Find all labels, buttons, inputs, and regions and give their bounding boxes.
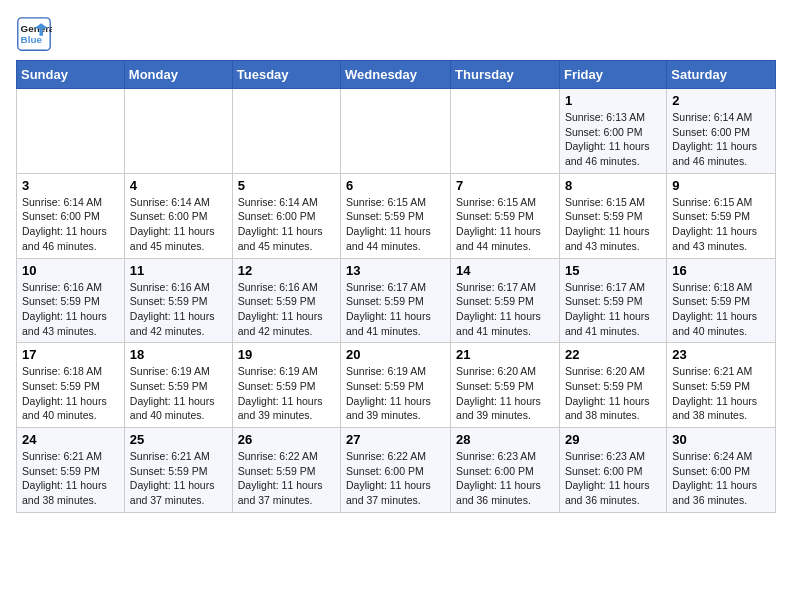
day-number: 16 <box>672 263 770 278</box>
calendar-cell: 29Sunrise: 6:23 AM Sunset: 6:00 PM Dayli… <box>559 428 666 513</box>
weekday-header: Monday <box>124 61 232 89</box>
day-info: Sunrise: 6:14 AM Sunset: 6:00 PM Dayligh… <box>130 195 227 254</box>
day-info: Sunrise: 6:17 AM Sunset: 5:59 PM Dayligh… <box>456 280 554 339</box>
calendar-cell: 8Sunrise: 6:15 AM Sunset: 5:59 PM Daylig… <box>559 173 666 258</box>
logo-icon: General Blue <box>16 16 52 52</box>
day-info: Sunrise: 6:14 AM Sunset: 6:00 PM Dayligh… <box>672 110 770 169</box>
calendar-cell: 15Sunrise: 6:17 AM Sunset: 5:59 PM Dayli… <box>559 258 666 343</box>
day-info: Sunrise: 6:14 AM Sunset: 6:00 PM Dayligh… <box>238 195 335 254</box>
day-number: 1 <box>565 93 661 108</box>
day-number: 12 <box>238 263 335 278</box>
calendar-cell: 21Sunrise: 6:20 AM Sunset: 5:59 PM Dayli… <box>451 343 560 428</box>
day-number: 17 <box>22 347 119 362</box>
calendar-cell: 13Sunrise: 6:17 AM Sunset: 5:59 PM Dayli… <box>341 258 451 343</box>
calendar-cell: 7Sunrise: 6:15 AM Sunset: 5:59 PM Daylig… <box>451 173 560 258</box>
day-info: Sunrise: 6:20 AM Sunset: 5:59 PM Dayligh… <box>565 364 661 423</box>
calendar-week-row: 24Sunrise: 6:21 AM Sunset: 5:59 PM Dayli… <box>17 428 776 513</box>
day-number: 18 <box>130 347 227 362</box>
calendar-cell: 6Sunrise: 6:15 AM Sunset: 5:59 PM Daylig… <box>341 173 451 258</box>
calendar-cell: 30Sunrise: 6:24 AM Sunset: 6:00 PM Dayli… <box>667 428 776 513</box>
calendar-cell: 22Sunrise: 6:20 AM Sunset: 5:59 PM Dayli… <box>559 343 666 428</box>
day-number: 11 <box>130 263 227 278</box>
day-number: 19 <box>238 347 335 362</box>
day-number: 22 <box>565 347 661 362</box>
day-info: Sunrise: 6:16 AM Sunset: 5:59 PM Dayligh… <box>130 280 227 339</box>
day-info: Sunrise: 6:17 AM Sunset: 5:59 PM Dayligh… <box>565 280 661 339</box>
calendar-cell <box>341 89 451 174</box>
calendar-cell: 20Sunrise: 6:19 AM Sunset: 5:59 PM Dayli… <box>341 343 451 428</box>
day-number: 6 <box>346 178 445 193</box>
calendar-week-row: 17Sunrise: 6:18 AM Sunset: 5:59 PM Dayli… <box>17 343 776 428</box>
weekday-header: Sunday <box>17 61 125 89</box>
day-info: Sunrise: 6:13 AM Sunset: 6:00 PM Dayligh… <box>565 110 661 169</box>
day-number: 3 <box>22 178 119 193</box>
day-info: Sunrise: 6:19 AM Sunset: 5:59 PM Dayligh… <box>238 364 335 423</box>
day-number: 10 <box>22 263 119 278</box>
calendar-cell: 16Sunrise: 6:18 AM Sunset: 5:59 PM Dayli… <box>667 258 776 343</box>
calendar-cell: 23Sunrise: 6:21 AM Sunset: 5:59 PM Dayli… <box>667 343 776 428</box>
day-number: 13 <box>346 263 445 278</box>
calendar-week-row: 10Sunrise: 6:16 AM Sunset: 5:59 PM Dayli… <box>17 258 776 343</box>
day-number: 25 <box>130 432 227 447</box>
day-number: 4 <box>130 178 227 193</box>
calendar-cell: 2Sunrise: 6:14 AM Sunset: 6:00 PM Daylig… <box>667 89 776 174</box>
day-info: Sunrise: 6:17 AM Sunset: 5:59 PM Dayligh… <box>346 280 445 339</box>
day-info: Sunrise: 6:15 AM Sunset: 5:59 PM Dayligh… <box>565 195 661 254</box>
calendar-cell: 27Sunrise: 6:22 AM Sunset: 6:00 PM Dayli… <box>341 428 451 513</box>
day-number: 9 <box>672 178 770 193</box>
weekday-header: Thursday <box>451 61 560 89</box>
header: General Blue <box>16 16 776 52</box>
calendar-table: SundayMondayTuesdayWednesdayThursdayFrid… <box>16 60 776 513</box>
weekday-header: Wednesday <box>341 61 451 89</box>
calendar-cell: 19Sunrise: 6:19 AM Sunset: 5:59 PM Dayli… <box>232 343 340 428</box>
calendar-cell: 1Sunrise: 6:13 AM Sunset: 6:00 PM Daylig… <box>559 89 666 174</box>
calendar-cell: 28Sunrise: 6:23 AM Sunset: 6:00 PM Dayli… <box>451 428 560 513</box>
day-number: 21 <box>456 347 554 362</box>
calendar-cell: 10Sunrise: 6:16 AM Sunset: 5:59 PM Dayli… <box>17 258 125 343</box>
day-info: Sunrise: 6:15 AM Sunset: 5:59 PM Dayligh… <box>346 195 445 254</box>
day-info: Sunrise: 6:21 AM Sunset: 5:59 PM Dayligh… <box>130 449 227 508</box>
day-info: Sunrise: 6:20 AM Sunset: 5:59 PM Dayligh… <box>456 364 554 423</box>
day-number: 8 <box>565 178 661 193</box>
day-number: 14 <box>456 263 554 278</box>
calendar-cell: 9Sunrise: 6:15 AM Sunset: 5:59 PM Daylig… <box>667 173 776 258</box>
day-number: 29 <box>565 432 661 447</box>
weekday-header: Tuesday <box>232 61 340 89</box>
day-number: 23 <box>672 347 770 362</box>
svg-text:Blue: Blue <box>21 34 43 45</box>
day-number: 24 <box>22 432 119 447</box>
day-number: 27 <box>346 432 445 447</box>
svg-text:General: General <box>21 23 53 34</box>
day-info: Sunrise: 6:21 AM Sunset: 5:59 PM Dayligh… <box>672 364 770 423</box>
day-number: 2 <box>672 93 770 108</box>
calendar-cell: 11Sunrise: 6:16 AM Sunset: 5:59 PM Dayli… <box>124 258 232 343</box>
day-number: 26 <box>238 432 335 447</box>
calendar-cell: 25Sunrise: 6:21 AM Sunset: 5:59 PM Dayli… <box>124 428 232 513</box>
calendar-cell: 3Sunrise: 6:14 AM Sunset: 6:00 PM Daylig… <box>17 173 125 258</box>
calendar-cell: 5Sunrise: 6:14 AM Sunset: 6:00 PM Daylig… <box>232 173 340 258</box>
day-info: Sunrise: 6:15 AM Sunset: 5:59 PM Dayligh… <box>672 195 770 254</box>
logo: General Blue <box>16 16 52 52</box>
day-info: Sunrise: 6:22 AM Sunset: 5:59 PM Dayligh… <box>238 449 335 508</box>
day-info: Sunrise: 6:15 AM Sunset: 5:59 PM Dayligh… <box>456 195 554 254</box>
weekday-header: Saturday <box>667 61 776 89</box>
calendar-cell <box>451 89 560 174</box>
calendar-cell: 4Sunrise: 6:14 AM Sunset: 6:00 PM Daylig… <box>124 173 232 258</box>
day-number: 30 <box>672 432 770 447</box>
calendar-week-row: 1Sunrise: 6:13 AM Sunset: 6:00 PM Daylig… <box>17 89 776 174</box>
day-number: 15 <box>565 263 661 278</box>
calendar-week-row: 3Sunrise: 6:14 AM Sunset: 6:00 PM Daylig… <box>17 173 776 258</box>
day-info: Sunrise: 6:16 AM Sunset: 5:59 PM Dayligh… <box>22 280 119 339</box>
calendar-cell: 12Sunrise: 6:16 AM Sunset: 5:59 PM Dayli… <box>232 258 340 343</box>
calendar-cell: 26Sunrise: 6:22 AM Sunset: 5:59 PM Dayli… <box>232 428 340 513</box>
day-info: Sunrise: 6:18 AM Sunset: 5:59 PM Dayligh… <box>22 364 119 423</box>
calendar-cell: 24Sunrise: 6:21 AM Sunset: 5:59 PM Dayli… <box>17 428 125 513</box>
weekday-header-row: SundayMondayTuesdayWednesdayThursdayFrid… <box>17 61 776 89</box>
day-number: 7 <box>456 178 554 193</box>
day-info: Sunrise: 6:19 AM Sunset: 5:59 PM Dayligh… <box>130 364 227 423</box>
day-info: Sunrise: 6:19 AM Sunset: 5:59 PM Dayligh… <box>346 364 445 423</box>
day-info: Sunrise: 6:23 AM Sunset: 6:00 PM Dayligh… <box>456 449 554 508</box>
calendar-cell: 17Sunrise: 6:18 AM Sunset: 5:59 PM Dayli… <box>17 343 125 428</box>
day-info: Sunrise: 6:22 AM Sunset: 6:00 PM Dayligh… <box>346 449 445 508</box>
calendar-cell: 14Sunrise: 6:17 AM Sunset: 5:59 PM Dayli… <box>451 258 560 343</box>
